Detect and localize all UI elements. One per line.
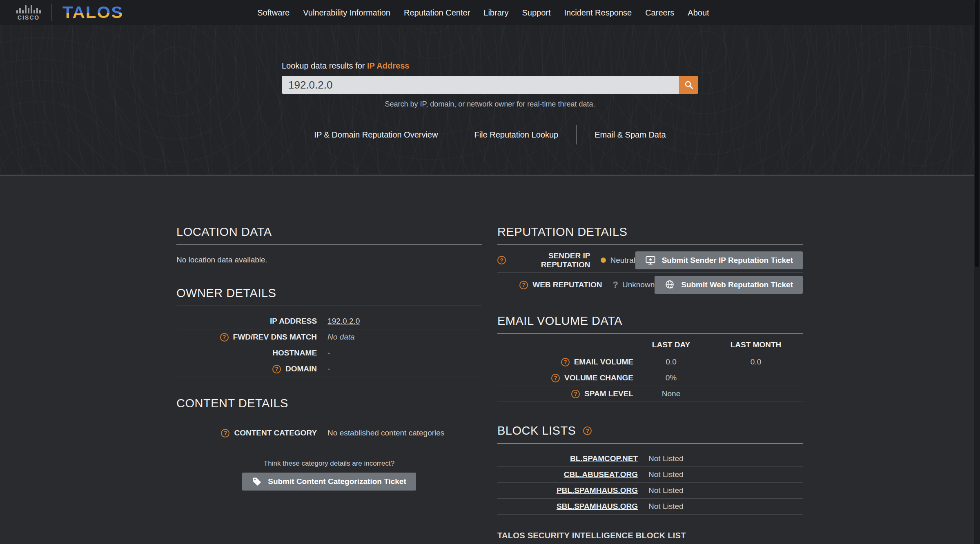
tab-email-spam-data[interactable]: Email & Spam Data [577, 125, 684, 144]
button-label: Submit Sender IP Reputation Ticket [662, 256, 793, 265]
search-label: Lookup data results for IP Address [282, 61, 698, 71]
submit-content-categorization-ticket-button[interactable]: Submit Content Categorization Ticket [242, 473, 416, 491]
button-label: Submit Web Reputation Ticket [681, 280, 793, 289]
scrollbar[interactable] [974, 0, 980, 544]
table-row: ? FWD/REV DNS MATCH No data [176, 329, 482, 345]
table-row: SBL.SPAMHAUS.ORG Not Listed [497, 499, 803, 515]
scrollbar-thumb[interactable] [975, 0, 979, 267]
reputation-details-section: REPUTATION DETAILS ? SENDER IP REPUTATIO… [497, 225, 803, 297]
globe-star-icon [664, 280, 675, 290]
help-icon[interactable]: ? [551, 374, 560, 382]
owner-details-table: IP ADDRESS 192.0.2.0 ? FWD/REV DNS MATCH… [176, 313, 482, 377]
nav-item-support[interactable]: Support [522, 8, 550, 18]
volume-change-last-day: 0% [633, 373, 709, 382]
cbl-abuseat-link[interactable]: CBL.ABUSEAT.ORG [564, 470, 638, 479]
cisco-logo: CISCO [16, 4, 41, 21]
last-month-column-header: LAST MONTH [709, 340, 803, 349]
ip-address-link[interactable]: 192.0.2.0 [327, 317, 360, 325]
table-row: BL.SPAMCOP.NET Not Listed [497, 451, 803, 467]
sender-ip-reputation-label: SENDER IP REPUTATION [510, 251, 590, 269]
right-column: REPUTATION DETAILS ? SENDER IP REPUTATIO… [497, 225, 803, 544]
search-hint: Search by IP, domain, or network owner f… [282, 100, 698, 109]
block-lists-title: BLOCK LISTS ? [497, 424, 803, 444]
nav-item-reputation-center[interactable]: Reputation Center [404, 8, 470, 18]
tab-ip-domain-reputation-overview[interactable]: IP & Domain Reputation Overview [296, 125, 456, 144]
volume-change-label: VOLUME CHANGE [564, 373, 633, 382]
nav-item-vulnerability-information[interactable]: Vulnerability Information [303, 8, 390, 18]
talos-block-list-title: TALOS SECURITY INTELLIGENCE BLOCK LIST [497, 531, 803, 544]
email-volume-table: LAST DAY LAST MONTH ? EMAIL VOLUME 0.0 0… [497, 335, 803, 402]
bl-spamcop-link[interactable]: BL.SPAMCOP.NET [570, 454, 638, 463]
last-day-column-header: LAST DAY [633, 340, 709, 349]
search-area: Lookup data results for IP Address Searc… [282, 61, 698, 109]
block-lists-table: BL.SPAMCOP.NET Not Listed CBL.ABUSEAT.OR… [497, 451, 803, 515]
search-row [282, 76, 698, 94]
email-volume-title: EMAIL VOLUME DATA [497, 314, 803, 334]
content-details-section: CONTENT DETAILS ? CONTENT CATEGORY No es… [176, 397, 482, 491]
table-row: ? EMAIL VOLUME 0.0 0.0 [497, 354, 803, 370]
monitor-star-icon [645, 255, 656, 266]
help-icon[interactable]: ? [519, 281, 528, 289]
fwd-rev-dns-match-value: No data [317, 333, 482, 342]
content-details-table: ? CONTENT CATEGORY No established conten… [176, 424, 482, 442]
bl-spamcop-status: Not Listed [638, 454, 803, 463]
cbl-abuseat-status: Not Listed [638, 470, 803, 479]
brand[interactable]: CISCO TALOS [16, 4, 123, 21]
submit-web-reputation-ticket-button[interactable]: Submit Web Reputation Ticket [655, 276, 803, 294]
fwd-rev-dns-match-label: FWD/REV DNS MATCH [233, 333, 317, 342]
location-data-title: LOCATION DATA [176, 225, 482, 245]
neutral-status-dot-icon [601, 258, 606, 263]
submit-sender-ip-reputation-ticket-button[interactable]: Submit Sender IP Reputation Ticket [635, 251, 803, 269]
category-incorrect-prompt: Think these category details are incorre… [176, 460, 482, 468]
table-row: HOSTNAME - [176, 345, 482, 361]
help-icon[interactable]: ? [221, 429, 229, 437]
brand-divider [51, 4, 52, 21]
talos-logo: TALOS [62, 4, 123, 21]
search-label-prefix: Lookup data results for [282, 61, 367, 70]
table-row: ? SPAM LEVEL None [497, 386, 803, 402]
web-reputation-label: WEB REPUTATION [532, 280, 602, 289]
reputation-details-title: REPUTATION DETAILS [497, 225, 803, 245]
result-tabs: IP & Domain Reputation Overview File Rep… [0, 125, 980, 144]
cisco-signal-bars-icon [16, 4, 41, 13]
owner-details-section: OWNER DETAILS IP ADDRESS 192.0.2.0 ? FWD… [176, 286, 482, 377]
sbl-spamhaus-link[interactable]: SBL.SPAMHAUS.ORG [557, 502, 638, 511]
sbl-spamhaus-status: Not Listed [638, 502, 803, 511]
help-icon[interactable]: ? [220, 333, 229, 342]
nav-item-library[interactable]: Library [483, 8, 508, 18]
spam-level-last-day: None [633, 389, 709, 398]
left-column: LOCATION DATA No location data available… [176, 225, 482, 544]
help-icon[interactable]: ? [583, 426, 592, 435]
location-data-empty-message: No location data available. [176, 255, 482, 264]
web-reputation-status: Unknown [622, 280, 655, 289]
help-icon[interactable]: ? [272, 365, 281, 373]
unknown-status-icon: ? [613, 280, 618, 290]
block-lists-section: BLOCK LISTS ? BL.SPAMCOP.NET Not Listed … [497, 424, 803, 515]
sender-ip-reputation-status: Neutral [610, 256, 635, 265]
pbl-spamhaus-link[interactable]: PBL.SPAMHAUS.ORG [557, 486, 638, 495]
location-data-section: LOCATION DATA No location data available… [176, 225, 482, 264]
tag-icon [252, 477, 262, 486]
search-button[interactable] [679, 76, 698, 94]
domain-value: - [317, 364, 482, 373]
email-volume-last-day: 0.0 [633, 357, 709, 366]
content-category-label: CONTENT CATEGORY [234, 429, 317, 437]
nav-item-about[interactable]: About [688, 8, 709, 18]
nav-item-incident-response[interactable]: Incident Response [564, 8, 632, 18]
nav-item-careers[interactable]: Careers [645, 8, 674, 18]
tab-file-reputation-lookup[interactable]: File Reputation Lookup [456, 125, 576, 144]
table-row: ? WEB REPUTATION ? Unknown [497, 273, 803, 297]
hostname-value: - [317, 349, 482, 357]
top-nav: CISCO TALOS Software Vulnerability Infor… [0, 0, 980, 25]
cisco-wordmark: CISCO [18, 14, 40, 21]
search-input[interactable] [282, 76, 679, 94]
table-header-row: LAST DAY LAST MONTH [497, 335, 803, 354]
help-icon[interactable]: ? [497, 256, 506, 264]
nav-menu: Software Vulnerability Information Reput… [257, 0, 709, 25]
talos-block-list-section: TALOS SECURITY INTELLIGENCE BLOCK LIST A… [497, 531, 803, 544]
help-icon[interactable]: ? [571, 390, 580, 398]
help-icon[interactable]: ? [561, 358, 570, 366]
table-row: ? DOMAIN - [176, 361, 482, 377]
table-row: IP ADDRESS 192.0.2.0 [176, 313, 482, 329]
nav-item-software[interactable]: Software [257, 8, 290, 18]
